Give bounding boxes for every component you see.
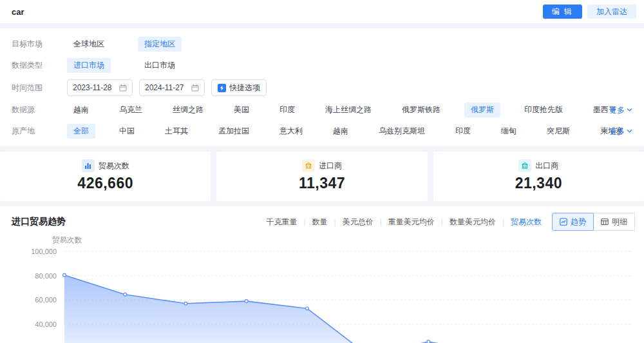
more-label: 更多 — [609, 126, 625, 137]
svg-text:80,000: 80,000 — [35, 272, 57, 280]
filter-row-origin: 原产地 全部中国土耳其孟加拉国意大利越南乌兹别克斯坦印度缅甸突尼斯柬埔寨德国保加… — [12, 121, 632, 142]
stat-card-trade-count: 贸易次数 426,660 — [0, 152, 211, 201]
detail-view-button[interactable]: 明细 — [594, 213, 635, 231]
stat-value: 21,340 — [433, 175, 644, 192]
filter-option[interactable]: 越南 — [67, 103, 95, 117]
filter-option[interactable]: 俄罗斯 — [464, 103, 500, 117]
quick-options-icon — [218, 84, 226, 92]
filter-row-time-range: 时间范围 2023-11-28 2024-11-27 快捷选项 — [12, 76, 632, 99]
filter-options: 全球地区指定地区 — [67, 37, 182, 52]
metric-option[interactable]: 数量美元均价 — [450, 217, 496, 228]
filter-row-target-market: 目标市场 全球地区指定地区 — [12, 34, 632, 55]
metric-switcher: 千克重量|数量|美元总价|重量美元均价|数量美元均价|贸易次数 — [266, 217, 542, 228]
trend-view-label: 趋势 — [571, 217, 586, 228]
filter-option[interactable]: 乌兹别克斯坦 — [372, 124, 431, 139]
chart-header: 进口贸易趋势 千克重量|数量|美元总价|重量美元均价|数量美元均价|贸易次数 趋… — [0, 213, 644, 231]
svg-text:贸易次数: 贸易次数 — [52, 236, 82, 244]
svg-text:40,000: 40,000 — [35, 320, 57, 328]
filter-option[interactable]: 出口市场 — [138, 58, 182, 73]
end-date-value: 2024-11-27 — [145, 83, 184, 92]
importer-building-icon — [302, 159, 315, 172]
filter-option[interactable]: 突尼斯 — [540, 124, 576, 139]
filter-option[interactable]: 印度 — [449, 124, 477, 139]
trend-line-chart[interactable]: 贸易次数020,00040,00060,00080,000100,0002023… — [0, 233, 644, 343]
quick-options-label: 快捷选项 — [229, 83, 260, 93]
bar-chart-icon — [82, 159, 95, 172]
start-date-input[interactable]: 2023-11-28 — [67, 79, 133, 96]
filter-option[interactable]: 乌克兰 — [113, 103, 149, 117]
svg-text:60,000: 60,000 — [35, 296, 57, 304]
end-date-input[interactable]: 2024-11-27 — [139, 79, 205, 96]
more-label: 更多 — [609, 104, 625, 115]
metric-separator: | — [334, 217, 336, 226]
filter-option[interactable]: 指定地区 — [138, 37, 182, 52]
stat-cards: 贸易次数 426,660 进口商 11,347 — [0, 152, 644, 201]
chart-panel: 进口贸易趋势 千克重量|数量|美元总价|重量美元均价|数量美元均价|贸易次数 趋… — [0, 206, 644, 343]
metric-option[interactable]: 贸易次数 — [511, 217, 542, 228]
stat-value: 426,660 — [0, 175, 211, 192]
trend-icon — [560, 218, 567, 226]
filter-label: 原产地 — [12, 126, 52, 137]
filter-option[interactable]: 进口市场 — [67, 58, 111, 73]
chart-title: 进口贸易趋势 — [12, 216, 66, 228]
data-source-more-link[interactable]: 更多 — [609, 104, 632, 115]
stat-value: 11,347 — [216, 175, 427, 192]
filter-option[interactable]: 印度 — [273, 103, 301, 117]
filter-option[interactable]: 丝绸之路 — [166, 103, 210, 117]
metric-separator: | — [380, 217, 382, 226]
filter-option[interactable]: 全部 — [67, 124, 95, 139]
filter-row-data-type: 数据类型 进口市场出口市场 — [12, 55, 632, 76]
topbar: car 编 辑 加入雷达 — [0, 0, 644, 23]
topbar-actions: 编 辑 加入雷达 — [543, 5, 636, 19]
chart-tools: 千克重量|数量|美元总价|重量美元均价|数量美元均价|贸易次数 趋势 — [266, 213, 635, 231]
chevron-down-icon — [627, 130, 632, 133]
stat-label: 进口商 — [319, 161, 342, 172]
metric-separator: | — [502, 217, 504, 226]
svg-text:100,000: 100,000 — [31, 248, 57, 255]
filter-options: 越南乌克兰丝绸之路美国印度海上丝绸之路俄罗斯铁路俄罗斯印度抢先版墨西哥哈萨克斯坦… — [67, 103, 632, 117]
origin-more-link[interactable]: 更多 — [609, 126, 632, 137]
filter-option[interactable]: 全球地区 — [67, 37, 111, 52]
page-title: car — [12, 7, 24, 17]
stat-card-importers: 进口商 11,347 — [216, 152, 427, 201]
filter-option[interactable]: 土耳其 — [158, 124, 194, 139]
filter-label: 目标市场 — [12, 39, 52, 50]
filter-option[interactable]: 海上丝绸之路 — [319, 103, 378, 117]
stat-card-exporters: 出口商 21,340 — [433, 152, 644, 201]
metric-option[interactable]: 重量美元均价 — [388, 217, 435, 228]
metric-separator: | — [441, 217, 443, 226]
edit-button[interactable]: 编 辑 — [543, 5, 582, 19]
filter-option[interactable]: 美国 — [227, 103, 256, 117]
exporter-building-icon — [518, 159, 531, 172]
metric-option[interactable]: 美元总价 — [343, 217, 374, 228]
filter-option[interactable]: 孟加拉国 — [212, 124, 256, 139]
filter-option[interactable]: 缅甸 — [495, 124, 523, 139]
trend-view-button[interactable]: 趋势 — [552, 213, 594, 231]
calendar-icon — [119, 84, 127, 92]
filter-option[interactable]: 意大利 — [273, 124, 309, 139]
filter-options: 进口市场出口市场 — [67, 58, 182, 73]
metric-separator: | — [303, 217, 305, 226]
quick-options-button[interactable]: 快捷选项 — [211, 79, 267, 96]
chevron-down-icon — [627, 108, 632, 112]
filter-option[interactable]: 俄罗斯铁路 — [395, 103, 447, 117]
add-to-radar-button[interactable]: 加入雷达 — [587, 5, 636, 19]
stat-label: 出口商 — [535, 161, 558, 172]
filter-row-data-source: 数据源 越南乌克兰丝绸之路美国印度海上丝绸之路俄罗斯铁路俄罗斯印度抢先版墨西哥哈… — [12, 99, 632, 121]
calendar-icon — [191, 84, 199, 92]
filter-option[interactable]: 越南 — [327, 124, 355, 139]
table-icon — [601, 218, 609, 226]
filter-label: 数据源 — [12, 104, 52, 115]
view-toggle-group: 趋势 明细 — [552, 213, 635, 231]
start-date-value: 2023-11-28 — [73, 83, 112, 92]
metric-option[interactable]: 千克重量 — [266, 217, 297, 228]
filter-options: 全部中国土耳其孟加拉国意大利越南乌兹别克斯坦印度缅甸突尼斯柬埔寨德国保加利亚葡萄… — [67, 124, 632, 139]
filter-panel: 目标市场 全球地区指定地区 数据类型 进口市场出口市场 时间范围 2023-11… — [0, 28, 644, 146]
filter-option[interactable]: 中国 — [113, 124, 141, 139]
metric-option[interactable]: 数量 — [312, 217, 328, 228]
filter-option[interactable]: 印度抢先版 — [518, 103, 569, 117]
filter-label: 数据类型 — [12, 60, 52, 71]
filter-label: 时间范围 — [12, 83, 52, 93]
stat-label: 贸易次数 — [99, 161, 129, 172]
detail-view-label: 明细 — [612, 217, 627, 228]
